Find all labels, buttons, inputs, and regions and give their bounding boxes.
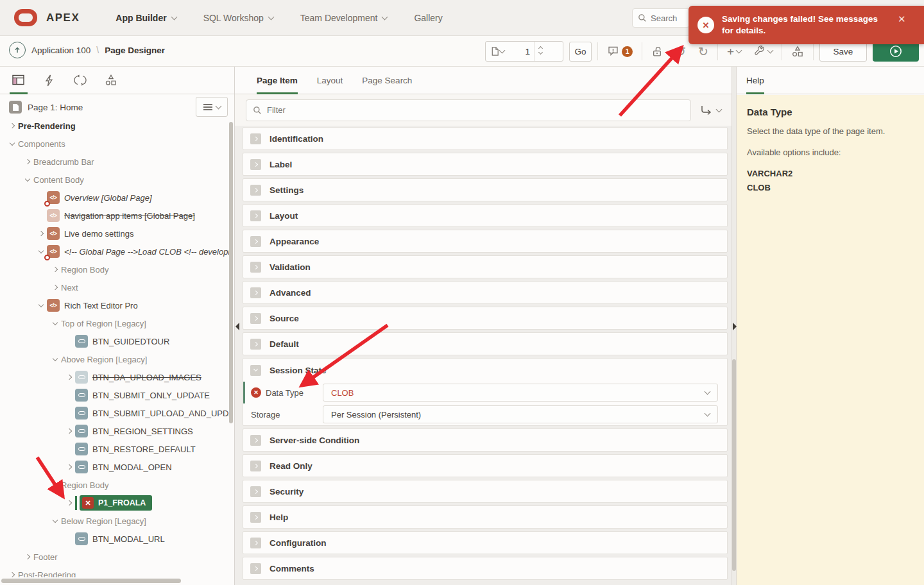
page-selector[interactable]	[485, 41, 563, 62]
field-select-data-type[interactable]: CLOB	[323, 384, 718, 402]
tree-node-btn-region-settings[interactable]: BTN_REGION_SETTINGS	[0, 422, 231, 440]
expand-icon[interactable]	[22, 555, 33, 559]
tab-page-item[interactable]: Page Item	[257, 67, 298, 94]
section-source[interactable]: Source	[243, 307, 728, 330]
nav-item-gallery[interactable]: Gallery	[414, 13, 442, 23]
expand-icon[interactable]	[49, 323, 61, 325]
toast-close-button[interactable]: ✕	[898, 13, 906, 25]
tree-node-below-region-legacy[interactable]: Below Region [Legacy]	[0, 512, 231, 530]
tree-node-btn-guidedtour[interactable]: BTN_GUIDEDTOUR	[0, 332, 231, 350]
tab-layout[interactable]: Layout	[317, 67, 343, 94]
expand-icon[interactable]	[22, 179, 33, 181]
app-home-icon[interactable]	[9, 42, 26, 58]
editor-vertical-scrollbar[interactable]	[732, 359, 736, 571]
selected-item-pill[interactable]: ✕P1_FROALA	[80, 495, 152, 511]
lock-button[interactable]	[648, 42, 667, 61]
filter-input[interactable]	[267, 105, 684, 115]
page-number-stepper[interactable]	[534, 42, 547, 61]
expand-icon[interactable]	[49, 484, 61, 486]
expand-icon[interactable]	[35, 305, 47, 307]
expand-icon[interactable]	[35, 251, 47, 253]
collapse-left-icon[interactable]	[235, 323, 239, 330]
tree-node-btn-submit-upload-and-update[interactable]: BTN_SUBMIT_UPLOAD_AND_UPDATE	[0, 404, 231, 422]
section-validation[interactable]: Validation	[243, 255, 728, 278]
expand-icon[interactable]	[6, 573, 18, 577]
tree-node-overview-global-page[interactable]: </>Overview [Global Page]	[0, 189, 231, 207]
tree-node-live-demo-settings[interactable]: </>Live demo settings	[0, 225, 231, 242]
expand-icon[interactable]	[49, 359, 61, 360]
field-select-storage[interactable]: Per Session (Persistent)	[323, 405, 718, 423]
breadcrumb-application[interactable]: Application 100	[31, 46, 90, 55]
tree-node-top-of-region-legacy[interactable]: Top of Region [Legacy]	[0, 314, 231, 332]
tree-node-region-body[interactable]: Region Body	[0, 260, 231, 278]
tab-dynamic-actions[interactable]	[40, 67, 59, 94]
tree-node-pre-rendering[interactable]: Pre-Rendering	[0, 117, 231, 135]
nav-item-sql-workshop[interactable]: SQL Workshop	[203, 13, 273, 23]
tree-node-global-page-load-clob-development[interactable]: </><!-- Global Page -->Load CLOB <!-- de…	[0, 242, 231, 260]
expand-icon[interactable]	[64, 375, 75, 379]
tree-vertical-scrollbar[interactable]	[229, 122, 233, 423]
expand-icon[interactable]	[64, 429, 75, 433]
expand-icon[interactable]	[49, 520, 61, 522]
section-settings[interactable]: Settings	[243, 178, 728, 201]
section-advanced[interactable]: Advanced	[243, 281, 728, 304]
section-server-side-condition[interactable]: Server-side Condition	[243, 428, 728, 452]
tree-node-post-rendering[interactable]: Post-Rendering	[0, 566, 231, 577]
tab-page-shared-components[interactable]	[101, 67, 121, 94]
tree-node-btn-modal-url[interactable]: BTN_MODAL_URL	[0, 530, 231, 548]
global-search[interactable]	[632, 8, 690, 28]
expand-icon[interactable]	[64, 501, 75, 505]
section-default[interactable]: Default	[243, 332, 728, 355]
tree-node-btn-submit-only-update[interactable]: BTN_SUBMIT_ONLY_UPDATE	[0, 386, 231, 404]
tree-node-p1-froala[interactable]: ✕P1_FROALA	[0, 494, 231, 512]
tree-node-content-body[interactable]: Content Body	[0, 171, 231, 189]
tree-node-btn-modal-open[interactable]: BTN_MODAL_OPEN	[0, 458, 231, 476]
section-help[interactable]: Help	[243, 505, 728, 529]
tab-help[interactable]: Help	[746, 67, 764, 94]
expand-icon[interactable]	[64, 465, 75, 469]
section-layout[interactable]: Layout	[243, 204, 728, 227]
section-identification[interactable]: Identification	[243, 127, 728, 150]
expand-icon[interactable]	[6, 124, 18, 128]
save-button[interactable]: Save	[819, 42, 867, 62]
section-session-state[interactable]: Session State	[243, 359, 727, 382]
expand-icon[interactable]	[49, 285, 61, 289]
tree-node-breadcrumb-bar[interactable]: Breadcrumb Bar	[0, 153, 231, 171]
search-input[interactable]	[651, 13, 684, 23]
page-number-input[interactable]	[508, 47, 530, 56]
expand-icon[interactable]	[35, 232, 47, 235]
expand-icon[interactable]	[49, 267, 61, 271]
tree-node-navigation-app-items-global-page[interactable]: </>Navigation app items [Global Page]	[0, 207, 231, 225]
tree-node-btn-da-upload-images[interactable]: BTN_DA_UPLOAD_IMAGES	[0, 368, 231, 386]
nav-item-app-builder[interactable]: App Builder	[116, 13, 176, 23]
section-comments[interactable]: Comments	[243, 557, 728, 580]
shared-components-button[interactable]	[788, 42, 807, 61]
tree-node-components[interactable]: Components	[0, 135, 231, 153]
tree-menu-button[interactable]	[196, 97, 228, 117]
section-label[interactable]: Label	[243, 153, 728, 176]
property-filter[interactable]	[246, 99, 691, 121]
tree-horizontal-scrollbar[interactable]	[1, 579, 181, 583]
section-security[interactable]: Security	[243, 480, 728, 503]
tree-node-btn-restore-default[interactable]: BTN_RESTORE_DEFAULT	[0, 440, 231, 458]
tree-node-rich-text-editor-pro[interactable]: </>Rich Text Editor Pro	[0, 296, 231, 314]
create-button[interactable]: +	[724, 42, 744, 61]
page-dropdown-icon[interactable]	[499, 47, 506, 54]
messages-button[interactable]: 1	[604, 42, 636, 61]
expand-icon[interactable]	[6, 143, 18, 145]
section-appearance[interactable]: Appearance	[243, 230, 728, 253]
redo-button[interactable]: ↻	[695, 42, 712, 61]
go-to-group-button[interactable]	[700, 105, 721, 115]
tab-page-search[interactable]: Page Search	[362, 67, 412, 94]
tree-node-above-region-legacy[interactable]: Above Region [Legacy]	[0, 350, 231, 368]
tab-processing[interactable]	[71, 67, 90, 94]
tree-node-footer[interactable]: Footer	[0, 548, 231, 566]
utilities-button[interactable]	[750, 42, 776, 61]
go-button[interactable]: Go	[569, 42, 592, 62]
undo-button[interactable]: ↺	[672, 42, 689, 61]
expand-icon[interactable]	[22, 160, 33, 164]
section-read-only[interactable]: Read Only	[243, 454, 728, 477]
section-configuration[interactable]: Configuration	[243, 531, 728, 554]
tab-rendering[interactable]	[9, 67, 28, 94]
tree-node-region-body[interactable]: Region Body	[0, 476, 231, 494]
